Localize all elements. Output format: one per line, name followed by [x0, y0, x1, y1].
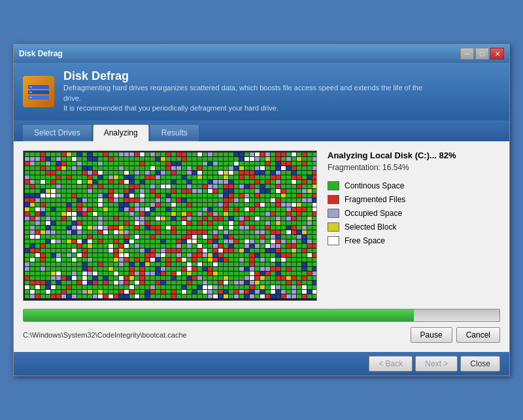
header-area: Disk Defrag Defragmenting hard drives re… [14, 63, 509, 120]
legend-label-continuous: Continous Space [345, 181, 404, 190]
title-bar-controls: ─ □ ✕ [460, 48, 504, 60]
legend-continuous: Continous Space [328, 181, 500, 190]
legend-area: Analyzing Local Disk (C:)... 82% Fragmen… [328, 150, 500, 301]
back-button[interactable]: < Back [369, 356, 413, 372]
window-title: Disk Defrag [19, 49, 63, 58]
svg-rect-5 [29, 97, 32, 98]
svg-rect-4 [29, 92, 32, 93]
legend-box-occupied [328, 209, 339, 218]
legend-box-fragmented [328, 195, 339, 204]
btn-row: Pause Cancel [411, 327, 500, 343]
disk-map [23, 150, 317, 301]
svg-rect-3 [29, 86, 32, 88]
next-button[interactable]: Next > [415, 356, 458, 372]
legend-box-selected [328, 222, 339, 232]
progress-bar-inner [24, 309, 414, 321]
maximize-button[interactable]: □ [475, 48, 489, 60]
app-description-1: Defragmenting hard drives reorganizes sc… [63, 83, 430, 103]
tab-results[interactable]: Results [150, 124, 199, 141]
app-title: Disk Defrag [63, 69, 430, 83]
disk-map-canvas [24, 151, 317, 301]
legend-free: Free Space [328, 236, 500, 245]
tab-select-drives[interactable]: Select Drives [23, 124, 92, 141]
tab-bar: Select Drives Analyzing Results [14, 120, 509, 141]
file-path-row: C:\Windows\System32\CodeIntegrity\bootca… [23, 327, 500, 343]
analysis-title: Analyzing Local Disk (C:)... 82% [328, 150, 500, 160]
minimize-button[interactable]: ─ [460, 48, 474, 60]
progress-bar-outer [23, 309, 500, 322]
legend-label-fragmented: Fragmented Files [345, 195, 405, 204]
close-bottom-button[interactable]: Close [460, 356, 500, 372]
app-icon [23, 76, 54, 107]
legend-label-selected: Selected Block [345, 222, 396, 232]
close-button[interactable]: ✕ [490, 48, 504, 60]
main-window: Disk Defrag ─ □ ✕ Disk Defrag De [13, 44, 510, 376]
legend-label-occupied: Occupied Space [345, 209, 402, 218]
legend-label-free: Free Space [345, 236, 385, 245]
app-description-2: It is recommended that you periodically … [63, 103, 430, 113]
main-area: Analyzing Local Disk (C:)... 82% Fragmen… [23, 150, 500, 301]
file-path: C:\Windows\System32\CodeIntegrity\bootca… [23, 331, 187, 339]
pause-button[interactable]: Pause [411, 327, 452, 343]
title-bar: Disk Defrag ─ □ ✕ [14, 44, 509, 63]
legend-fragmented: Fragmented Files [328, 195, 500, 204]
title-bar-left: Disk Defrag [19, 49, 63, 58]
header-text: Disk Defrag Defragmenting hard drives re… [63, 69, 430, 113]
analysis-sub: Fragmentation: 16.54% [328, 163, 500, 172]
legend-box-free [328, 236, 339, 245]
app-icon-svg [27, 80, 50, 103]
bottom-bar: < Back Next > Close [14, 352, 509, 376]
legend-occupied: Occupied Space [328, 209, 500, 218]
legend-box-continuous [328, 181, 339, 190]
content-area: Analyzing Local Disk (C:)... 82% Fragmen… [14, 141, 509, 352]
tab-analyzing[interactable]: Analyzing [93, 124, 149, 141]
legend-selected: Selected Block [328, 222, 500, 232]
progress-row [23, 309, 500, 322]
app-icon-inner [23, 76, 54, 107]
cancel-button[interactable]: Cancel [456, 327, 500, 343]
